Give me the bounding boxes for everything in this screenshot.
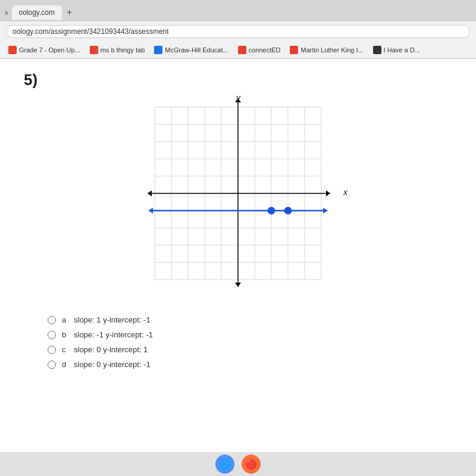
choice-row-c[interactable]: cslope: 0 y-intercept: 1 <box>48 345 452 354</box>
graph-container: y x <box>24 95 452 298</box>
choice-letter-c: c <box>62 345 68 354</box>
x-axis-label: x <box>343 187 347 197</box>
choice-letter-a: a <box>62 315 68 324</box>
choice-letter-b: b <box>62 330 68 339</box>
graph-wrapper: y x <box>137 95 339 298</box>
bookmark-label-4: Martin Luther King I... <box>300 46 363 54</box>
bookmark-icon-5 <box>373 46 381 54</box>
tab-title: oology.com <box>19 8 55 17</box>
radio-d[interactable] <box>48 361 56 369</box>
choice-text-a: slope: 1 y-intercept: -1 <box>74 315 151 324</box>
tab-active[interactable]: oology.com <box>12 5 62 20</box>
address-bar[interactable]: oology.com/assignment/3421093443/assessm… <box>6 25 470 38</box>
bookmark-item-1[interactable]: ms b thingy tab <box>86 45 149 55</box>
tab-close[interactable]: x <box>5 9 8 16</box>
choice-text-d: slope: 0 y-intercept: -1 <box>74 360 151 369</box>
bookmark-item-2[interactable]: McGraw-Hill Educat... <box>151 45 231 55</box>
radio-c[interactable] <box>48 346 56 354</box>
bookmark-icon-0 <box>8 46 17 54</box>
taskbar-icon-1[interactable]: 🌐 <box>215 455 234 474</box>
new-tab-button[interactable]: + <box>67 7 72 18</box>
page-content: 5) y x aslope: 1 y-intercept: -1bslope: … <box>0 59 476 476</box>
bookmark-icon-1 <box>90 46 98 54</box>
question-number: 5) <box>24 71 452 89</box>
bookmark-label-2: McGraw-Hill Educat... <box>165 46 228 54</box>
bookmark-icon-2 <box>154 46 162 54</box>
choice-row-a[interactable]: aslope: 1 y-intercept: -1 <box>48 315 452 324</box>
radio-b[interactable] <box>48 331 56 339</box>
choice-letter-d: d <box>62 360 68 369</box>
bookmark-label-1: ms b thingy tab <box>101 46 145 54</box>
choice-row-d[interactable]: dslope: 0 y-intercept: -1 <box>48 360 452 369</box>
bookmark-item-0[interactable]: Grade 7 - Open Up... <box>5 45 84 55</box>
bookmark-item-4[interactable]: Martin Luther King I... <box>286 45 367 55</box>
choice-row-b[interactable]: bslope: -1 y-intercept: -1 <box>48 330 452 339</box>
tab-bar: x oology.com + <box>0 0 476 21</box>
coordinate-graph <box>137 95 339 298</box>
bookmark-item-5[interactable]: I Have a D... <box>369 45 424 55</box>
answer-choices: aslope: 1 y-intercept: -1bslope: -1 y-in… <box>24 315 452 369</box>
bookmark-icon-4 <box>290 46 298 54</box>
browser-chrome: x oology.com + oology.com/assignment/342… <box>0 0 476 59</box>
y-axis-label: y <box>236 93 240 102</box>
taskbar: 🌐 🔴 <box>0 452 476 476</box>
bookmark-label-5: I Have a D... <box>384 46 420 54</box>
radio-a[interactable] <box>48 316 56 324</box>
address-bar-row: oology.com/assignment/3421093443/assessm… <box>0 21 476 42</box>
bookmark-item-3[interactable]: connectED <box>234 45 284 55</box>
choice-text-c: slope: 0 y-intercept: 1 <box>74 345 148 354</box>
choice-text-b: slope: -1 y-intercept: -1 <box>74 330 153 339</box>
taskbar-icon-2[interactable]: 🔴 <box>242 455 261 474</box>
bookmarks-bar: Grade 7 - Open Up...ms b thingy tabMcGra… <box>0 42 476 58</box>
bookmark-icon-3 <box>238 46 246 54</box>
bookmark-label-3: connectED <box>249 46 281 54</box>
bookmark-label-0: Grade 7 - Open Up... <box>19 46 80 54</box>
